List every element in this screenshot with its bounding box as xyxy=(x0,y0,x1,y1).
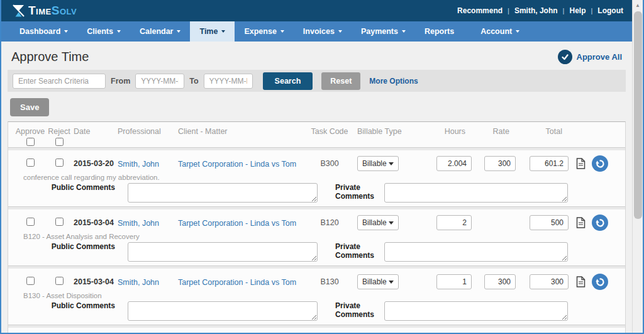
reset-button[interactable]: Reset xyxy=(321,72,360,90)
document-icon[interactable] xyxy=(576,276,586,287)
nav-item-invoices[interactable]: Invoices xyxy=(294,21,352,42)
chevron-down-icon xyxy=(64,30,68,33)
search-band: From To Search Reset More Options xyxy=(8,70,626,92)
recommend-link[interactable]: Recommend xyxy=(457,6,502,15)
chevron-down-icon xyxy=(117,30,121,33)
hours-input[interactable] xyxy=(436,215,472,230)
nav-item-account[interactable]: Account xyxy=(471,21,529,42)
approve-all-button[interactable]: Approve All xyxy=(558,50,622,64)
table-row: 2015-03-20 Smith, John Tarpet Corporatio… xyxy=(8,150,625,206)
public-comments-label: Public Comments xyxy=(16,301,115,310)
entry-date: 2015-03-04 xyxy=(74,218,118,227)
reject-checkbox[interactable] xyxy=(55,159,64,167)
nav-item-payments[interactable]: Payments xyxy=(352,21,415,42)
total-input[interactable] xyxy=(530,274,569,289)
history-icon[interactable] xyxy=(592,155,608,172)
hours-input[interactable] xyxy=(436,156,472,171)
billable-type-select[interactable]: Billable xyxy=(357,274,399,289)
chevron-down-icon xyxy=(402,30,406,33)
approve-checkbox[interactable] xyxy=(26,277,35,285)
table-header-row: Approve Reject Date Professional Client … xyxy=(8,122,625,147)
search-button[interactable]: Search xyxy=(263,72,313,90)
reject-column-header: Reject xyxy=(45,127,74,146)
top-links: Recommend | Smith, John | Help | Logout xyxy=(457,6,623,15)
hours-input[interactable] xyxy=(436,274,472,289)
professional-link[interactable]: Smith, John xyxy=(118,278,159,287)
search-criteria-input[interactable] xyxy=(13,74,106,89)
task-code: B130 xyxy=(302,277,357,286)
nav-item-reports[interactable]: Reports xyxy=(415,21,471,42)
client-matter-link[interactable]: Tarpet Corporation - Linda vs Tom xyxy=(178,219,296,228)
chevron-down-icon xyxy=(280,30,284,33)
total-input[interactable] xyxy=(530,215,569,230)
to-date-input[interactable] xyxy=(204,74,253,89)
public-comments-input[interactable] xyxy=(128,301,318,321)
nav-item-dashboard[interactable]: Dashboard xyxy=(10,21,77,42)
public-comments-input[interactable] xyxy=(128,242,318,262)
private-comments-input[interactable] xyxy=(384,183,568,203)
nav-item-expense[interactable]: Expense xyxy=(235,21,293,42)
client-matter-link[interactable]: Tarpet Corporation - Linda vs Tom xyxy=(178,160,296,169)
brand-logo[interactable]: TimeSolv xyxy=(11,3,77,18)
document-icon[interactable] xyxy=(576,217,586,228)
table-row: 2015-03-04 Smith, John Tarpet Corporatio… xyxy=(8,328,625,334)
more-options-link[interactable]: More Options xyxy=(369,77,418,86)
approve-time-table: Approve Reject Date Professional Client … xyxy=(8,121,626,334)
chevron-down-icon xyxy=(389,221,394,225)
page-head: Approve Time Approve All xyxy=(1,42,632,70)
check-circle-icon xyxy=(558,50,572,64)
separator: | xyxy=(563,7,565,14)
approve-checkbox[interactable] xyxy=(26,218,35,226)
scrollbar-up-arrow-icon[interactable]: ▲ xyxy=(633,0,643,10)
professional-link[interactable]: Smith, John xyxy=(118,160,159,169)
rate-column-header: Rate xyxy=(477,127,516,136)
reject-checkbox[interactable] xyxy=(55,277,64,285)
total-column-header: Total xyxy=(521,127,569,136)
client-matter-column-header: Client - Matter xyxy=(178,127,302,136)
rate-input[interactable] xyxy=(484,156,516,171)
reject-checkbox[interactable] xyxy=(55,218,64,226)
professional-column-header: Professional xyxy=(118,127,178,136)
approve-all-checkbox[interactable] xyxy=(26,138,35,146)
chevron-down-icon xyxy=(177,30,180,33)
private-comments-label: Private Comments xyxy=(335,242,375,260)
nav-item-clients[interactable]: Clients xyxy=(77,21,130,42)
professional-link[interactable]: Smith, John xyxy=(118,219,159,228)
task-code: B300 xyxy=(302,159,357,168)
entry-date: 2015-03-20 xyxy=(74,159,118,168)
date-column-header: Date xyxy=(74,127,118,136)
public-comments-input[interactable] xyxy=(128,183,318,203)
table-row: 2015-03-04 Smith, John Tarpet Corporatio… xyxy=(8,209,625,265)
task-code: B120 xyxy=(302,218,357,227)
user-link[interactable]: Smith, John xyxy=(514,6,558,15)
private-comments-input[interactable] xyxy=(384,301,568,321)
scrollbar-thumb[interactable] xyxy=(634,11,642,219)
table-row: 2015-03-04 Smith, John Tarpet Corporatio… xyxy=(8,269,625,325)
help-link[interactable]: Help xyxy=(569,6,586,15)
document-icon[interactable] xyxy=(576,158,586,169)
logout-link[interactable]: Logout xyxy=(597,6,623,15)
history-icon[interactable] xyxy=(592,214,608,231)
nav-item-time[interactable]: Time xyxy=(190,21,235,42)
nav-item-calendar[interactable]: Calendar xyxy=(130,21,191,42)
private-comments-label: Private Comments xyxy=(335,183,375,201)
vertical-scrollbar[interactable]: ▲ xyxy=(632,0,643,333)
billable-type-select[interactable]: Billable xyxy=(357,215,399,230)
client-matter-link[interactable]: Tarpet Corporation - Linda vs Tom xyxy=(178,278,296,287)
save-button[interactable]: Save xyxy=(10,98,49,116)
chevron-down-icon xyxy=(389,281,394,284)
hourglass-logo-icon xyxy=(11,3,26,18)
reject-all-checkbox[interactable] xyxy=(55,138,64,146)
brand-name: TimeSolv xyxy=(28,4,77,18)
entry-description: conference call regarding my abbreviatio… xyxy=(8,172,625,181)
entry-description: B130 - Asset Disposition xyxy=(8,290,625,299)
total-input[interactable] xyxy=(530,156,569,171)
from-date-input[interactable] xyxy=(135,74,184,89)
billable-type-select[interactable]: Billable xyxy=(357,156,399,171)
rate-input[interactable] xyxy=(484,274,516,289)
history-icon[interactable] xyxy=(592,274,608,290)
private-comments-input[interactable] xyxy=(384,242,568,262)
approve-checkbox[interactable] xyxy=(26,159,35,167)
public-comments-label: Public Comments xyxy=(16,183,115,192)
approve-column-header: Approve xyxy=(16,127,45,146)
